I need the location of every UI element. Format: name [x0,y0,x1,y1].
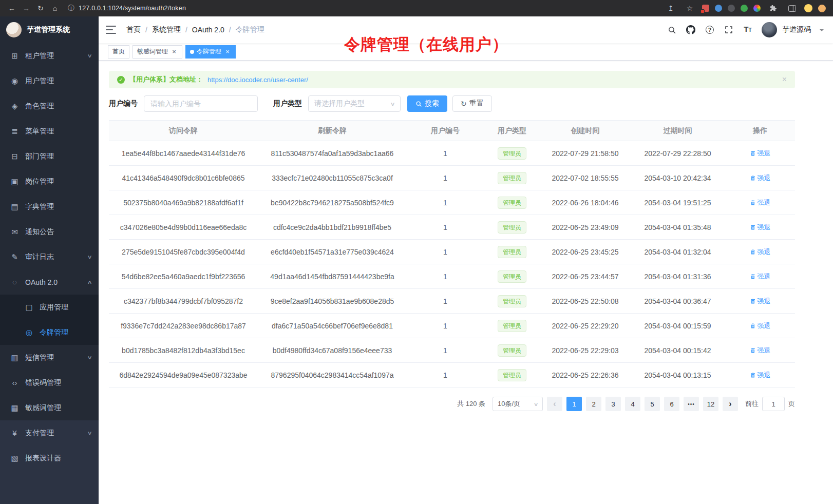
extension-icon-blue[interactable] [715,5,722,12]
user-type-select[interactable]: 请选择用户类型 ∨ [308,95,401,112]
breadcrumb-item-2[interactable]: OAuth 2.0 [192,26,224,34]
user-id-input[interactable] [144,95,258,112]
forward-icon[interactable]: → [20,2,33,14]
search-icon[interactable] [667,25,677,35]
sidebar-item-tenant[interactable]: ⊞租户管理∨ [0,43,99,68]
split-view-icon[interactable] [785,2,799,14]
address-bar[interactable]: ⓘ 127.0.0.1:1024/system/oauth2/token [63,2,607,14]
delete-icon [750,224,756,230]
force-logout-button[interactable]: 强退 [750,198,771,207]
dept-icon: ⊟ [10,152,19,161]
tab-home[interactable]: 首页 [108,45,129,59]
table-row: c347026e805e4d99b0d116eae66eda8ccdfc4ce9… [109,215,795,240]
close-tab-icon[interactable]: × [224,48,231,55]
column-header-1: 访问令牌 [109,126,258,135]
help-icon[interactable]: ? [705,25,715,35]
sidebar-item-dept[interactable]: ⊟部门管理 [0,144,99,169]
extensions-puzzle-icon[interactable] [766,2,780,14]
fullscreen-icon[interactable] [724,25,734,35]
goto-page-input[interactable] [762,397,785,411]
sidebar-item-menu[interactable]: ≣菜单管理 [0,119,99,144]
close-alert-icon[interactable]: × [782,75,787,84]
sidebar-item-label: 错误码管理 [25,378,91,387]
sidebar-item-notice[interactable]: ✉通知公告 [0,219,99,244]
force-logout-button[interactable]: 强退 [750,321,771,331]
tab-oauth2-token[interactable]: 令牌管理× [185,45,236,59]
refresh-token-cell: cdfc4ce9c2da4bb1bdf21b9918ff4be5 [258,223,407,231]
page-button-6[interactable]: 6 [664,397,679,411]
sidebar-item-oauth2[interactable]: ◌OAuth 2.0∧ [0,269,99,295]
force-logout-button[interactable]: 强退 [750,149,771,158]
emoji-avatar-icon[interactable] [804,4,812,12]
doc-link[interactable]: https://doc.iocoder.cn/user-center/ [207,76,308,84]
sidebar-item-report-designer[interactable]: ▧报表设计器 [0,445,99,471]
page-button-12[interactable]: 12 [703,397,718,411]
sidebar-item-post[interactable]: ▣岗位管理 [0,169,99,194]
sidebar-item-label: 租户管理 [25,51,85,61]
annotation-text: 令牌管理（在线用户） [344,34,508,55]
page-size-select[interactable]: 10条/页 ∨ [493,397,543,411]
bookmark-star-icon[interactable]: ☆ [683,2,696,14]
access-token-cell: 275e5de9151045fe87cbdc395e004f4d [109,248,258,256]
sidebar-item-sensitive-word[interactable]: ▦敏感词管理 [0,395,99,420]
font-size-icon[interactable]: TT [743,25,753,35]
share-icon[interactable]: ↥ [664,2,677,14]
column-header-5: 创建时间 [540,126,630,135]
pay-icon: ¥ [10,429,19,437]
page-button-4[interactable]: 4 [625,397,640,411]
force-logout-button[interactable]: 强退 [750,371,771,380]
search-button[interactable]: 搜索 [407,95,447,112]
refresh-token-cell: 333ecfc71e02480cb11055c875c3ca0f [258,174,407,182]
refresh-icon[interactable]: ↻ [34,2,47,14]
site-info-icon[interactable]: ⓘ [68,4,74,13]
extension-icon-green[interactable] [741,5,748,12]
sidebar-item-role[interactable]: ◈角色管理 [0,93,99,119]
force-logout-button[interactable]: 强退 [750,247,771,257]
back-icon[interactable]: ← [5,2,18,14]
force-logout-button[interactable]: 强退 [750,272,771,281]
sidebar-item-label: 短信管理 [25,353,85,362]
extension-icon-red[interactable] [702,5,709,12]
sidebar-item-oauth2-token[interactable]: ◎令牌管理 [0,320,99,345]
action-cell: 强退 [725,223,795,232]
force-logout-button[interactable]: 强退 [750,346,771,355]
reset-button[interactable]: ↻ 重置 [452,95,492,112]
next-page-button[interactable]: › [723,397,738,411]
sidebar-item-oauth2-app[interactable]: ▢应用管理 [0,295,99,320]
close-tab-icon[interactable]: × [171,48,178,55]
page-button-5[interactable]: 5 [645,397,660,411]
user-avatar[interactable] [762,22,777,37]
browser-profile-icon[interactable] [818,5,826,12]
table-row: 41c41346a548490f9dc8b01c6bfe0865333ecfc7… [109,166,795,190]
user-type-cell: 管理员 [484,320,540,332]
extension-icon-dark[interactable] [728,5,735,12]
breadcrumb-item-1[interactable]: 系统管理 [152,25,181,34]
sidebar-item-sms[interactable]: ▥短信管理∨ [0,345,99,370]
github-icon[interactable] [686,25,696,35]
force-logout-button[interactable]: 强退 [750,173,771,183]
sidebar-item-user[interactable]: ◉用户管理 [0,68,99,93]
total-count: 共 120 条 [457,399,485,409]
home-icon[interactable]: ⌂ [48,2,62,14]
breadcrumb-item-0[interactable]: 首页 [126,25,141,34]
prev-page-button[interactable]: ‹ [547,397,562,411]
force-logout-button[interactable]: 强退 [750,223,771,232]
page-button-1[interactable]: 1 [566,397,582,411]
success-check-icon: ✓ [117,76,125,84]
collapse-sidebar-icon[interactable] [106,26,116,34]
tab-sensitive-word[interactable]: 敏感词管理× [132,45,182,59]
extension-icon-colorwheel[interactable] [753,5,761,12]
sidebar-item-pay[interactable]: ¥支付管理∨ [0,420,99,445]
username[interactable]: 芋道源码 [782,25,811,34]
app-logo[interactable]: 芋道管理系统 [0,16,99,43]
sidebar-item-audit-log[interactable]: ✎审计日志∨ [0,244,99,269]
page-ellipsis[interactable]: ••• [684,397,699,411]
column-header-3: 用户编号 [407,126,484,135]
page-button-3[interactable]: 3 [605,397,621,411]
user-type-label: 用户类型 [273,99,302,108]
sidebar-item-error-code[interactable]: ‹›错误码管理 [0,370,99,395]
chevron-down-icon[interactable] [820,29,824,33]
page-button-2[interactable]: 2 [586,397,601,411]
force-logout-button[interactable]: 强退 [750,297,771,306]
sidebar-item-dict[interactable]: ▤字典管理 [0,194,99,219]
